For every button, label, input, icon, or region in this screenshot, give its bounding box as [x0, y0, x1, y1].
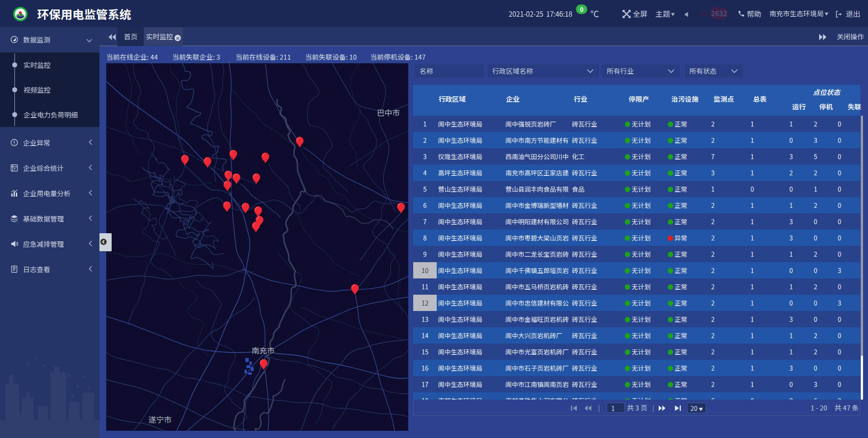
svg-text:巴中市: 巴中市 [377, 107, 400, 118]
svg-text:南充市: 南充市 [252, 344, 275, 356]
svg-text:遂宁市: 遂宁市 [149, 414, 172, 425]
